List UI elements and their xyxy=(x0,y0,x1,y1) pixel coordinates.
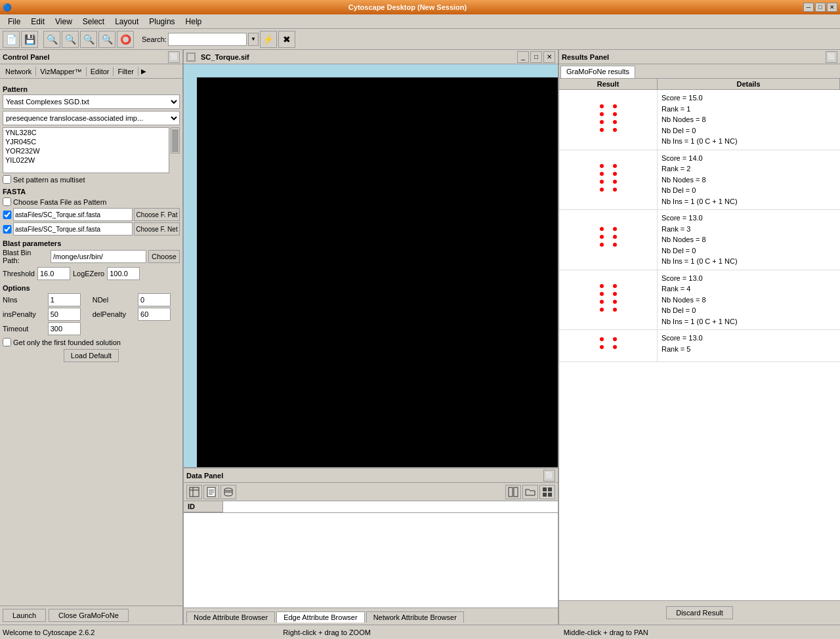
canvas-close[interactable]: ✕ xyxy=(543,51,555,63)
menu-select[interactable]: Select xyxy=(77,16,110,28)
data-tool-table[interactable] xyxy=(186,485,202,499)
results-panel-expand[interactable]: ⬜ xyxy=(826,51,837,63)
threshold-input[interactable] xyxy=(37,267,70,280)
search-input[interactable] xyxy=(168,33,247,46)
fasta-row-1: Choose F. Pat xyxy=(3,208,180,221)
data-tool-page[interactable] xyxy=(203,485,219,499)
discard-result-button[interactable]: Discard Result xyxy=(666,606,733,619)
bottom-tabs: Node Attribute Browser Edge Attribute Br… xyxy=(184,608,558,625)
control-panel-expand[interactable]: ⬜ xyxy=(168,51,180,63)
close-button[interactable]: ✕ xyxy=(827,3,837,12)
result-row-2[interactable]: Score = 14.0 Rank = 2 Nb Nodes = 8 Nb De… xyxy=(559,150,840,211)
first-neighbors-button[interactable]: ⭕ xyxy=(117,31,134,48)
zoom-fit-button[interactable]: 🔍 xyxy=(80,31,97,48)
multiset-checkbox[interactable] xyxy=(3,175,11,184)
nav-editor[interactable]: Editor xyxy=(87,67,114,76)
multiset-checkbox-row: Set pattern as multiset xyxy=(3,175,180,184)
data-tool-folder[interactable] xyxy=(522,485,538,499)
panel-nav: Network VizMapper™ Editor Filter ▶ xyxy=(0,64,182,79)
inspenalty-input[interactable] xyxy=(48,308,81,321)
result-row-3[interactable]: Score = 13.0 Rank = 3 Nb Nodes = 8 Nb De… xyxy=(559,210,840,270)
fasta-row1-path[interactable] xyxy=(13,208,133,221)
timeout-label: Timeout xyxy=(3,325,45,333)
ndel-input[interactable] xyxy=(138,293,171,306)
fasta-row1-checkbox[interactable] xyxy=(3,211,12,219)
save-button[interactable]: 💾 xyxy=(21,31,38,48)
search-execute-button[interactable]: ⚡ xyxy=(260,31,277,48)
canvas-icon xyxy=(186,52,196,62)
col-result: Result xyxy=(559,79,658,89)
pattern-item-4[interactable]: YIL022W xyxy=(3,155,169,165)
minimize-button[interactable]: ─ xyxy=(803,3,814,12)
network-canvas[interactable] xyxy=(184,64,558,467)
svg-rect-14 xyxy=(543,493,547,497)
data-tool-columns[interactable] xyxy=(505,485,521,499)
svg-point-16 xyxy=(600,104,604,108)
new-session-button[interactable]: 📄 xyxy=(3,31,20,48)
tab-gramoFoNe-results[interactable]: GraMoFoNe results xyxy=(560,66,635,78)
data-panel-toolbar xyxy=(184,483,558,501)
nav-filter[interactable]: Filter xyxy=(114,67,138,76)
first-solution-checkbox[interactable] xyxy=(3,338,11,346)
fasta-row1-button[interactable]: Choose F. Pat xyxy=(134,208,180,221)
search-dropdown-button[interactable]: ▼ xyxy=(248,33,259,46)
fasta-checkbox-row: Choose Fasta File as Pattern xyxy=(3,197,180,206)
pattern-dropdown-1[interactable]: Yeast Complexes SGD.txt xyxy=(3,94,180,109)
pattern-item-2[interactable]: YJR045C xyxy=(3,137,169,146)
zoom-100-button[interactable]: 🔍 xyxy=(98,31,116,48)
pattern-item-3[interactable]: YOR232W xyxy=(3,146,169,155)
data-table[interactable]: ID xyxy=(184,501,558,608)
canvas-toolbar: SC_Torque.sif _ □ ✕ xyxy=(184,50,558,64)
svg-point-20 xyxy=(600,120,604,124)
fasta-row-2: Choose F. Net xyxy=(3,222,180,236)
svg-point-36 xyxy=(600,243,604,247)
svg-point-21 xyxy=(613,120,617,124)
zoom-in-button[interactable]: 🔍 xyxy=(62,31,79,48)
result-row-4[interactable]: Score = 13.0 Rank = 4 Nb Nodes = 8 Nb De… xyxy=(559,270,840,331)
fasta-file-checkbox[interactable] xyxy=(3,197,11,206)
ndel-label: NDel xyxy=(93,296,135,304)
close-gramoFoNe-button[interactable]: Close GraMoFoNe xyxy=(49,609,129,622)
menu-view[interactable]: View xyxy=(50,16,77,28)
blast-choose-button[interactable]: Choose xyxy=(148,250,180,263)
data-tool-db[interactable] xyxy=(220,485,236,499)
tab-node-attribute-browser[interactable]: Node Attribute Browser xyxy=(186,611,275,623)
maximize-button[interactable]: □ xyxy=(815,3,826,12)
data-tool-grid[interactable] xyxy=(539,485,555,499)
canvas-maximize[interactable]: □ xyxy=(530,51,542,63)
svg-point-45 xyxy=(613,308,617,312)
fasta-row2-path[interactable] xyxy=(13,222,133,236)
menu-layout[interactable]: Layout xyxy=(110,16,144,28)
search-clear-button[interactable]: ✖ xyxy=(278,31,295,48)
pattern-item-1[interactable]: YNL328C xyxy=(3,128,169,137)
menu-plugins[interactable]: Plugins xyxy=(144,16,180,28)
logezero-input[interactable] xyxy=(107,267,140,280)
timeout-input[interactable] xyxy=(48,322,81,335)
canvas-minimize[interactable]: _ xyxy=(517,51,529,63)
launch-button[interactable]: Launch xyxy=(3,609,46,622)
tab-network-attribute-browser[interactable]: Network Attribute Browser xyxy=(366,611,464,623)
nins-input[interactable] xyxy=(48,293,81,306)
fasta-row2-checkbox[interactable] xyxy=(3,225,12,234)
load-default-button[interactable]: Load Default xyxy=(64,349,119,362)
pattern-list[interactable]: YNL328C YJR045C YOR232W YIL022W xyxy=(3,127,169,173)
menu-help[interactable]: Help xyxy=(180,16,207,28)
menu-file[interactable]: File xyxy=(3,16,26,28)
menu-edit[interactable]: Edit xyxy=(26,16,50,28)
status-right: Middle-click + drag to PAN xyxy=(564,629,837,636)
menu-bar: File Edit View Select Layout Plugins Hel… xyxy=(0,14,840,29)
zoom-out-button[interactable]: 🔍 xyxy=(43,31,60,48)
nav-network[interactable]: Network xyxy=(1,67,36,76)
fasta-row2-button[interactable]: Choose F. Net xyxy=(134,222,180,236)
nav-vizmapper[interactable]: VizMapper™ xyxy=(36,67,86,76)
results-table[interactable]: Result Details xyxy=(559,79,840,600)
data-panel-expand[interactable]: ⬜ xyxy=(543,470,555,482)
pattern-list-scrollbar[interactable] xyxy=(171,127,180,154)
tab-edge-attribute-browser[interactable]: Edge Attribute Browser xyxy=(276,611,365,623)
result-row-5[interactable]: Score = 13.0 Rank = 5 xyxy=(559,330,840,362)
blast-bin-input[interactable] xyxy=(51,250,146,263)
nav-arrow[interactable]: ▶ xyxy=(138,67,149,75)
result-row-1[interactable]: Score = 15.0 Rank = 1 Nb Nodes = 8 Nb De… xyxy=(559,90,840,150)
delpenalty-input[interactable] xyxy=(138,308,171,321)
pattern-dropdown-2[interactable]: presequence translocase-associated imp..… xyxy=(3,111,180,125)
